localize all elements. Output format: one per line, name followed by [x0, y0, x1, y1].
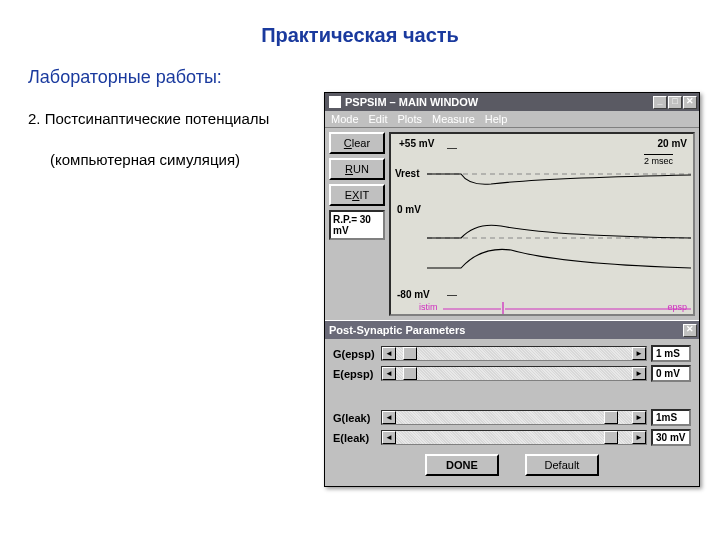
- menu-help[interactable]: Help: [485, 113, 508, 125]
- slide-title: Практическая часть: [0, 0, 720, 47]
- g-epsp-label: G(epsp): [333, 348, 377, 360]
- main-window-title: PSPSIM – MAIN WINDOW: [345, 96, 653, 108]
- e-epsp-slider[interactable]: ◄ ►: [381, 366, 647, 381]
- e-leak-value: 30 mV: [651, 429, 691, 446]
- param-row-g-epsp: G(epsp) ◄ ► 1 mS: [333, 345, 691, 362]
- right-arrow-icon[interactable]: ►: [632, 431, 646, 444]
- graph-panel: +55 mV — 20 mV 2 msec Vrest 0 mV -80 mV …: [389, 132, 695, 316]
- g-epsp-value: 1 mS: [651, 345, 691, 362]
- left-arrow-icon[interactable]: ◄: [382, 347, 396, 360]
- done-button[interactable]: DONE: [425, 454, 499, 476]
- app-main-window: PSPSIM – MAIN WINDOW _ □ ✕ Mode Edit Plo…: [324, 92, 700, 487]
- menu-bar: Mode Edit Plots Measure Help: [325, 111, 699, 128]
- exit-button[interactable]: EXIT: [329, 184, 385, 206]
- g-epsp-slider[interactable]: ◄ ►: [381, 346, 647, 361]
- param-row-g-leak: G(leak) ◄ ► 1mS: [333, 409, 691, 426]
- param-row-e-leak: E(leak) ◄ ► 30 mV: [333, 429, 691, 446]
- e-leak-label: E(leak): [333, 432, 377, 444]
- g-leak-value: 1mS: [651, 409, 691, 426]
- post-synaptic-parameters-dialog: Post-Synaptic Parameters ✕ G(epsp) ◄ ► 1…: [325, 320, 699, 486]
- g-leak-label: G(leak): [333, 412, 377, 424]
- run-button[interactable]: RUN: [329, 158, 385, 180]
- e-leak-slider[interactable]: ◄ ►: [381, 430, 647, 445]
- system-menu-icon[interactable]: [329, 96, 341, 108]
- e-epsp-label: E(epsp): [333, 368, 377, 380]
- right-arrow-icon[interactable]: ►: [632, 347, 646, 360]
- left-arrow-icon[interactable]: ◄: [382, 411, 396, 424]
- main-titlebar[interactable]: PSPSIM – MAIN WINDOW _ □ ✕: [325, 93, 699, 111]
- graph-traces: [391, 134, 691, 316]
- dialog-titlebar[interactable]: Post-Synaptic Parameters ✕: [325, 321, 699, 339]
- param-row-e-epsp: E(epsp) ◄ ► 0 mV: [333, 365, 691, 382]
- g-leak-slider[interactable]: ◄ ►: [381, 410, 647, 425]
- minimize-button[interactable]: _: [653, 96, 667, 109]
- menu-plots[interactable]: Plots: [398, 113, 422, 125]
- right-arrow-icon[interactable]: ►: [632, 367, 646, 380]
- right-arrow-icon[interactable]: ►: [632, 411, 646, 424]
- maximize-button[interactable]: □: [668, 96, 682, 109]
- menu-mode[interactable]: Mode: [331, 113, 359, 125]
- resting-potential-readout: R.P.= 30 mV: [329, 210, 385, 240]
- slide-subtitle: Лабораторные работы:: [0, 47, 720, 88]
- clear-button[interactable]: Clear: [329, 132, 385, 154]
- e-epsp-value: 0 mV: [651, 365, 691, 382]
- menu-measure[interactable]: Measure: [432, 113, 475, 125]
- left-arrow-icon[interactable]: ◄: [382, 367, 396, 380]
- dialog-close-button[interactable]: ✕: [683, 324, 697, 337]
- dialog-title: Post-Synaptic Parameters: [329, 324, 683, 336]
- left-arrow-icon[interactable]: ◄: [382, 431, 396, 444]
- default-button[interactable]: Default: [525, 454, 599, 476]
- menu-edit[interactable]: Edit: [369, 113, 388, 125]
- close-button[interactable]: ✕: [683, 96, 697, 109]
